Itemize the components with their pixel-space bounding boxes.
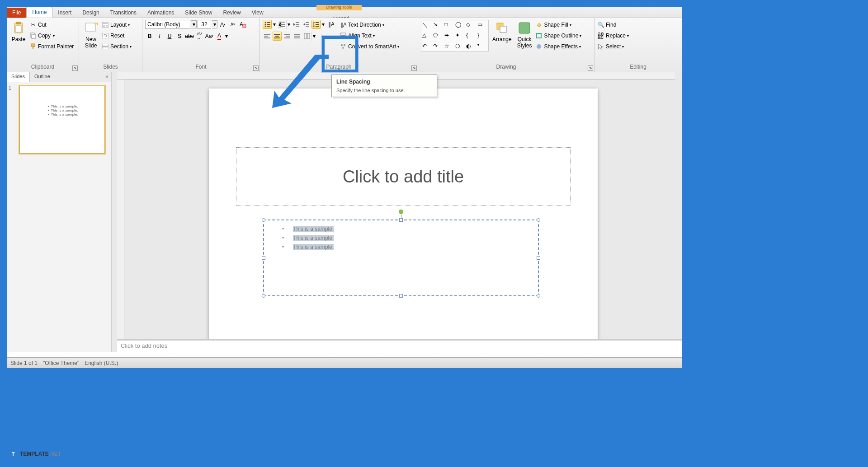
shrink-font-button[interactable]: A▾	[228, 20, 237, 29]
convert-smartart-button[interactable]: Convert to SmartArt▾	[340, 42, 399, 51]
tab-view[interactable]: View	[246, 8, 269, 18]
paste-button[interactable]: Paste	[9, 20, 28, 43]
copy-button[interactable]: Copy▾	[29, 31, 74, 41]
columns-button[interactable]	[302, 32, 311, 41]
bullets-dropdown[interactable]: ▾	[272, 20, 276, 29]
sel-handle-w[interactable]	[262, 256, 265, 260]
svg-rect-52	[304, 33, 307, 39]
section-button[interactable]: Section▾	[102, 42, 132, 51]
content-placeholder[interactable]: •This is a sample. •This is a sample. •T…	[263, 219, 539, 296]
svg-rect-36	[316, 22, 319, 23]
increase-indent-button[interactable]	[302, 20, 311, 29]
tab-home[interactable]: Home	[26, 7, 52, 18]
replace-button[interactable]: abacReplace▾	[597, 31, 629, 41]
shape-fill-button[interactable]: Shape Fill▾	[535, 20, 581, 30]
rotation-handle[interactable]	[399, 210, 403, 214]
line-spacing-button[interactable]	[311, 20, 321, 29]
columns-dropdown[interactable]: ▾	[311, 32, 316, 41]
slide-canvas[interactable]: Click to add title •This is a sample. •T…	[209, 89, 598, 350]
bullet-1[interactable]: This is a sample.	[293, 226, 334, 232]
svg-rect-15	[102, 47, 108, 49]
font-name-combo[interactable]: Calibri (Body)	[145, 20, 190, 29]
status-language[interactable]: English (U.S.)	[85, 360, 118, 366]
char-spacing-button[interactable]: AV↔	[195, 32, 204, 41]
sel-handle-nw[interactable]	[262, 218, 265, 222]
sel-handle-se[interactable]	[537, 294, 540, 298]
shadow-button[interactable]: S	[175, 32, 184, 41]
select-icon	[597, 43, 604, 50]
bullets-button[interactable]	[263, 20, 272, 29]
clear-formatting-button[interactable]: A	[238, 20, 247, 29]
svg-rect-30	[296, 22, 299, 23]
font-size-dropdown[interactable]: ▾	[212, 20, 217, 28]
new-slide-label: New Slide	[85, 36, 97, 49]
cut-button[interactable]: ✂Cut	[29, 20, 74, 30]
bullet-2[interactable]: This is a sample.	[293, 235, 334, 241]
tab-file[interactable]: File	[7, 8, 26, 18]
drawing-dialog-launcher[interactable]: ⬊	[588, 65, 593, 71]
svg-rect-41	[264, 36, 268, 37]
font-name-dropdown[interactable]: ▾	[191, 20, 197, 28]
svg-rect-43	[274, 34, 280, 35]
bold-button[interactable]: B	[145, 32, 154, 41]
clipboard-dialog-launcher[interactable]: ⬊	[72, 65, 78, 71]
bullet-3[interactable]: This is a sample.	[293, 244, 334, 250]
tab-review[interactable]: Review	[217, 8, 246, 18]
justify-button[interactable]	[292, 32, 302, 41]
quick-styles-button[interactable]: Quick Styles	[515, 20, 534, 50]
slide-thumbnail-1[interactable]: This is a sample. This is a sample. This…	[19, 86, 105, 154]
align-center-button[interactable]	[273, 32, 282, 41]
shapes-gallery[interactable]: ＼↘□◯◇▭ △⬠➡✦{} ↶↷☆⬡◐▾	[421, 20, 489, 51]
format-painter-button[interactable]: Format Painter	[29, 42, 74, 51]
strikethrough-button[interactable]: abc	[185, 32, 194, 41]
svg-rect-4	[32, 34, 36, 38]
title-placeholder[interactable]: Click to add title	[236, 147, 571, 206]
underline-button[interactable]: U	[165, 32, 174, 41]
paste-label: Paste	[12, 36, 26, 42]
sel-handle-ne[interactable]	[537, 218, 540, 222]
vertical-ruler[interactable]	[117, 79, 124, 352]
font-color-dropdown[interactable]: ▾	[224, 32, 228, 41]
grow-font-button[interactable]: A▴	[218, 20, 227, 29]
svg-text:✦: ✦	[95, 21, 98, 27]
font-dialog-launcher[interactable]: ⬊	[253, 65, 259, 71]
align-left-button[interactable]	[263, 32, 272, 41]
slides-tab[interactable]: Slides	[7, 72, 30, 82]
numbering-dropdown[interactable]: ▾	[286, 20, 291, 29]
sel-handle-sw[interactable]	[262, 294, 265, 298]
find-button[interactable]: 🔍Find	[597, 20, 616, 30]
tab-slideshow[interactable]: Slide Show	[179, 8, 217, 18]
font-size-combo[interactable]: 32	[198, 20, 211, 29]
shape-outline-button[interactable]: Shape Outline▾	[535, 31, 581, 41]
text-direction-button[interactable]: ‖AText Direction▾	[340, 20, 399, 30]
tab-transitions[interactable]: Transitions	[105, 8, 142, 18]
reset-button[interactable]: Reset	[102, 31, 132, 41]
arrange-button[interactable]: Arrange	[491, 20, 514, 43]
sel-handle-s[interactable]	[399, 294, 403, 298]
svg-rect-51	[294, 37, 300, 38]
align-right-button[interactable]	[283, 32, 292, 41]
notes-pane[interactable]: Click to add notes	[117, 339, 682, 352]
pane-close-button[interactable]: ×	[103, 72, 111, 82]
sel-handle-n[interactable]	[399, 218, 403, 222]
font-color-button[interactable]: A	[215, 32, 224, 41]
shape-effects-button[interactable]: Shape Effects▾	[535, 42, 581, 51]
svg-rect-1	[16, 22, 21, 24]
new-slide-button[interactable]: ✦ New Slide	[82, 20, 100, 50]
italic-button[interactable]: I	[155, 32, 164, 41]
tab-animations[interactable]: Animations	[142, 8, 179, 18]
tab-design[interactable]: Design	[77, 8, 104, 18]
outline-tab[interactable]: Outline	[30, 72, 55, 82]
layout-button[interactable]: Layout▾	[102, 20, 132, 30]
tab-insert[interactable]: Insert	[52, 8, 77, 18]
sel-handle-e[interactable]	[537, 256, 540, 260]
svg-rect-47	[286, 36, 290, 37]
paragraph-dialog-launcher[interactable]: ⬊	[411, 65, 417, 71]
align-text-button[interactable]: Align Text▾	[340, 31, 399, 41]
numbering-button[interactable]: 123	[277, 20, 286, 29]
decrease-indent-button[interactable]	[292, 20, 301, 29]
select-button[interactable]: Select▾	[597, 42, 624, 51]
text-direction-toggle[interactable]: ‖A	[326, 20, 335, 29]
change-case-button[interactable]: Aa▾	[205, 32, 214, 41]
line-spacing-dropdown[interactable]: ▾	[321, 20, 325, 29]
